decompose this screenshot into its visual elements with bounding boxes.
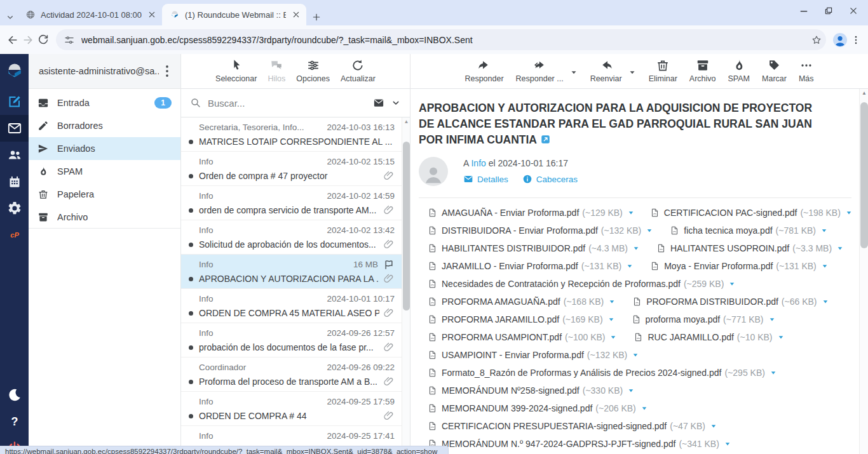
roundcube-logo[interactable] [5, 54, 24, 88]
attachment-link[interactable]: proforma moya.pdf [646, 314, 721, 324]
responder--button[interactable]: Responder ... [516, 58, 564, 83]
folder-item-papelera[interactable]: Papelera [29, 183, 180, 206]
más-button[interactable]: Más [799, 58, 814, 83]
attachment-link[interactable]: Necesidades de Contratación y Recepción … [442, 279, 681, 289]
restore-icon[interactable] [824, 6, 834, 16]
browser-tab-1[interactable]: Actividad 2024-10-01 08:00:00 [18, 4, 162, 25]
message-row[interactable]: Info 2024-09-25 17:59 ORDEN DE COMPRA # … [181, 392, 410, 426]
folder-item-spam[interactable]: SPAM [29, 160, 180, 183]
headers-toggle[interactable]: Cabeceras [522, 174, 578, 184]
search-input[interactable] [208, 98, 367, 109]
caret-icon[interactable] [646, 227, 653, 234]
chevron-down-icon[interactable] [569, 68, 578, 77]
caret-icon[interactable] [768, 316, 776, 323]
kebab-icon[interactable] [159, 63, 175, 79]
attachment-link[interactable]: PROFORMA AMAGUAÑA.pdf [442, 297, 560, 307]
caret-icon[interactable] [641, 404, 648, 412]
scroll-up-icon[interactable]: ▲ [860, 89, 868, 97]
close-icon[interactable] [848, 5, 859, 17]
attachment-link[interactable]: ficha tecnica moya.pdf [684, 225, 772, 236]
attachment-link[interactable]: AMAGUAÑA - Enviar Proforma.pdf [442, 208, 579, 218]
browser-menu-icon[interactable] [850, 34, 862, 46]
message-row[interactable]: Coordinador 2024-09-26 09:22 Proforma de… [181, 357, 410, 392]
caret-icon[interactable] [627, 387, 635, 394]
list-scrollbar[interactable]: ▲ ▼ [402, 117, 410, 454]
caret-icon[interactable] [632, 244, 640, 252]
attachment-link[interactable]: JARAMILLO - Enviar Proforma.pdf [442, 261, 578, 271]
recipient-link[interactable]: Info [471, 158, 485, 168]
message-row[interactable]: Info 2024-10-01 10:17 ORDEN DE COMPRA 45… [181, 289, 410, 323]
rail-item-settings[interactable] [0, 195, 29, 222]
attachment-link[interactable]: HALITANTES USOPROIN.pdf [670, 243, 789, 253]
attachment-link[interactable]: Moya - Enviar Proforma.pdf [664, 261, 773, 271]
marcar-button[interactable]: Marcar [762, 58, 787, 83]
spam-button[interactable]: SPAM [728, 58, 750, 83]
new-tab-button[interactable] [311, 12, 322, 22]
folder-item-borradores[interactable]: Borradores [29, 114, 180, 137]
caret-icon[interactable] [770, 369, 777, 377]
attachment-link[interactable]: HABILITANTES DISTRIBUIDOR.pdf [442, 243, 585, 253]
rail-item-compose[interactable] [0, 88, 29, 115]
caret-icon[interactable] [710, 422, 717, 430]
tab-search-icon[interactable] [5, 12, 15, 22]
caret-icon[interactable] [728, 280, 736, 288]
attachment-link[interactable]: PROFORMA USAMPIONT.pdf [442, 332, 562, 342]
message-row[interactable]: Secretaria, Tesoreria, Info... 2024-10-0… [181, 117, 410, 152]
close-icon[interactable] [291, 10, 301, 20]
attachment-link[interactable]: MEMORÁNDUM Nº258-signed.pdf [442, 385, 580, 396]
chevron-down-icon[interactable] [628, 68, 637, 77]
folder-item-entrada[interactable]: Entrada 1 [29, 91, 180, 114]
attachment-link[interactable]: DISTRIBUIDORA - Enviar Proforma.pdf [442, 225, 598, 236]
forward-icon[interactable] [22, 34, 34, 46]
browser-tab-2[interactable]: (1) Roundcube Webmail :: Envia [162, 4, 306, 25]
message-row[interactable]: Info 16 MB APROBACION Y AUTORIZACION PAR… [181, 255, 410, 289]
profile-icon[interactable] [832, 32, 848, 48]
caret-icon[interactable] [608, 298, 616, 305]
message-row[interactable]: Info 2024-10-02 15:15 Orden de compra # … [181, 152, 410, 186]
attachment-link[interactable]: MEMORANDUM 399-2024-signed.pdf [442, 403, 592, 413]
refresh-button[interactable]: Actualizar [341, 58, 376, 83]
options-button[interactable]: Opciones [296, 58, 330, 83]
attachment-link[interactable]: RUC JARAMILLO.pdf [648, 332, 733, 342]
caret-icon[interactable] [627, 209, 635, 217]
reload-icon[interactable] [37, 34, 50, 46]
caret-icon[interactable] [821, 262, 829, 270]
folder-item-enviados[interactable]: Enviados [29, 137, 180, 160]
reading-scrollbar[interactable]: ▲ [859, 89, 868, 454]
caret-icon[interactable] [836, 244, 844, 252]
address-bar[interactable]: webmail.sanjuan.gob.ec/cpsess8592294337/… [56, 29, 826, 50]
caret-icon[interactable] [820, 227, 828, 234]
attachment-link[interactable]: MEMORÁNDUM N.º 947-2024-GADPRSJ-PJFT-sig… [442, 439, 675, 449]
attachment-link[interactable]: USAMPIOINT - Enviar Proforma.pdf [442, 350, 584, 360]
caret-icon[interactable] [724, 440, 731, 448]
rail-item-help[interactable]: ? [0, 408, 29, 435]
folder-item-archivo[interactable]: Archivo [29, 206, 180, 229]
back-icon[interactable] [6, 34, 19, 46]
caret-icon[interactable] [609, 333, 617, 341]
search-scope-envelope-icon[interactable] [373, 97, 384, 109]
caret-icon[interactable] [607, 316, 615, 323]
attachment-link[interactable]: PROFORMA DISTRIBUIDOR.pdf [646, 297, 778, 307]
message-row[interactable]: Info 2024-10-02 13:42 Solicitud de aprob… [181, 220, 410, 255]
rail-item-calendar[interactable] [0, 168, 29, 195]
site-info-icon[interactable] [64, 34, 75, 46]
archivo-button[interactable]: Archivo [689, 58, 716, 83]
message-row[interactable]: Info 2024-10-02 14:59 orden de compra se… [181, 186, 410, 220]
scrollbar-thumb[interactable] [403, 142, 410, 310]
external-link-icon[interactable] [541, 135, 550, 144]
minimize-icon[interactable] [798, 5, 810, 17]
eliminar-button[interactable]: Eliminar [649, 58, 677, 83]
close-icon[interactable] [147, 10, 157, 20]
rail-item-cpanel[interactable]: cP [0, 222, 29, 248]
scrollbar-thumb[interactable] [860, 102, 868, 248]
threads-button[interactable]: Hilos [268, 58, 285, 83]
responder-button[interactable]: Responder [465, 58, 503, 83]
scroll-up-icon[interactable]: ▲ [402, 117, 410, 125]
rail-item-mail[interactable] [0, 115, 29, 142]
caret-icon[interactable] [626, 262, 634, 270]
caret-icon[interactable] [845, 209, 853, 217]
caret-icon[interactable] [632, 351, 639, 359]
attachment-link[interactable]: CERTIFICACION PRESUPUESTARIA-signed-sign… [442, 421, 667, 431]
rail-item-contacts[interactable] [0, 142, 29, 168]
caret-icon[interactable] [822, 298, 829, 305]
